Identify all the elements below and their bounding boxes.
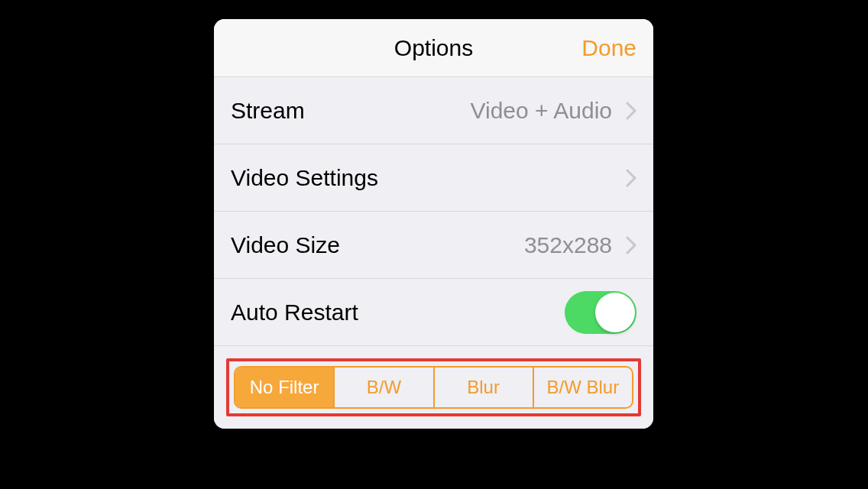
filter-segment-bw[interactable]: B/W xyxy=(335,368,434,407)
toggle-knob xyxy=(595,293,635,332)
filter-segmented-control: No Filter B/W Blur B/W Blur xyxy=(234,366,633,409)
video-size-value: 352x288 xyxy=(340,232,626,258)
chevron-right-icon xyxy=(626,169,636,187)
auto-restart-row: Auto Restart xyxy=(214,279,653,346)
chevron-right-icon xyxy=(626,236,636,254)
video-size-row[interactable]: Video Size 352x288 xyxy=(214,212,653,279)
filter-segment-no-filter[interactable]: No Filter xyxy=(235,368,335,407)
stream-row[interactable]: Stream Video + Audio xyxy=(214,77,653,144)
highlight-annotation: No Filter B/W Blur B/W Blur xyxy=(226,358,641,416)
header: Options Done xyxy=(214,19,653,77)
auto-restart-label: Auto Restart xyxy=(231,300,358,325)
page-title: Options xyxy=(394,35,473,61)
options-panel: Options Done Stream Video + Audio Video … xyxy=(214,19,653,429)
video-settings-row[interactable]: Video Settings xyxy=(214,144,653,212)
filter-section: No Filter B/W Blur B/W Blur xyxy=(214,346,653,429)
video-size-label: Video Size xyxy=(231,232,340,258)
chevron-right-icon xyxy=(626,102,636,120)
stream-label: Stream xyxy=(231,98,305,124)
stream-value: Video + Audio xyxy=(305,98,626,124)
done-button[interactable]: Done xyxy=(581,35,636,61)
auto-restart-toggle[interactable] xyxy=(565,291,636,334)
video-settings-label: Video Settings xyxy=(231,165,378,191)
filter-segment-blur[interactable]: Blur xyxy=(435,368,534,407)
filter-segment-bw-blur[interactable]: B/W Blur xyxy=(534,368,632,407)
